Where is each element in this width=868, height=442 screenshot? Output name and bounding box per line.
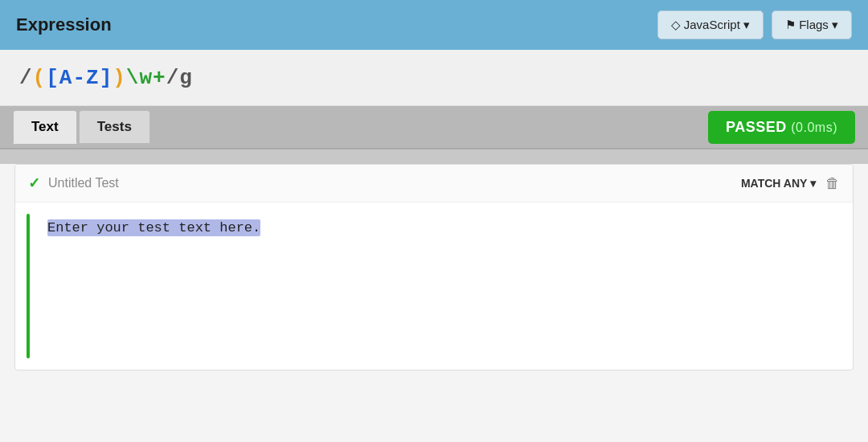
green-bar [27,214,30,358]
status-badge: PASSED (0.0ms) [708,111,855,144]
regex-range: A-Z [59,66,100,90]
regex-word-char: \w [126,66,153,90]
test-input[interactable]: Enter your test text here. [41,214,853,358]
test-title[interactable]: Untitled Test [48,176,119,190]
tabs: Text Tests [13,110,152,144]
tab-tests[interactable]: Tests [79,110,150,144]
pass-checkmark: ✓ [28,174,40,192]
test-text-area: Enter your test text here. [15,203,853,370]
header-buttons: ◇ JavaScript ▾ ⚑ Flags ▾ [657,10,852,39]
flags-button[interactable]: ⚑ Flags ▾ [772,10,852,39]
highlighted-match: Enter your test text here. [47,219,260,236]
main-content: ✓ Untitled Test MATCH ANY ▾ 🗑 Enter your… [0,164,868,442]
javascript-button[interactable]: ◇ JavaScript ▾ [657,10,764,39]
regex-flag: /g [166,66,193,90]
status-time: (0.0ms) [791,121,837,134]
regex-close-bracket: ] [100,66,113,90]
regex-display: /([A-Z])\w+/g [19,66,193,90]
test-controls: MATCH ANY ▾ 🗑 [741,175,840,192]
tab-text[interactable]: Text [13,110,77,144]
header: Expression ◇ JavaScript ▾ ⚑ Flags ▾ [0,0,868,50]
delete-test-icon[interactable]: 🗑 [825,175,840,192]
regex-open-paren: ( [33,66,47,90]
regex-area: /([A-Z])\w+/g [0,50,868,106]
status-label: PASSED [726,119,787,135]
match-any-button[interactable]: MATCH ANY ▾ [741,177,816,190]
regex-close-paren: ) [113,66,126,90]
test-title-area: ✓ Untitled Test [28,174,119,192]
regex-plus: + [153,66,166,90]
test-header: ✓ Untitled Test MATCH ANY ▾ 🗑 [15,165,853,203]
page-title: Expression [16,14,112,35]
regex-open-bracket: [ [46,66,59,90]
test-panel: ✓ Untitled Test MATCH ANY ▾ 🗑 Enter your… [14,164,854,370]
tab-bar: Text Tests PASSED (0.0ms) [0,106,868,149]
regex-open-slash: / [19,66,33,90]
